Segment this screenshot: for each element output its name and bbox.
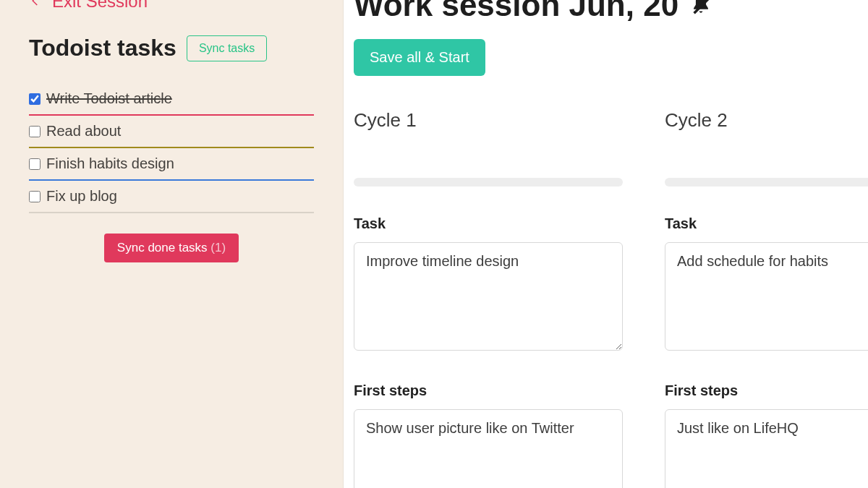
exit-session-label: Exit Session: [52, 0, 148, 12]
notifications-off-icon[interactable]: [689, 0, 713, 17]
task-item[interactable]: Finish habits design: [29, 148, 314, 181]
cycle-title: Cycle 2: [665, 109, 868, 132]
cycle-column: Cycle 1TaskFirst steps: [354, 109, 623, 488]
sync-done-tasks-button[interactable]: Sync done tasks (1): [104, 234, 239, 262]
task-item[interactable]: Write Todoist article: [29, 83, 314, 116]
steps-field-label: First steps: [354, 382, 623, 399]
sync-tasks-button[interactable]: Sync tasks: [187, 35, 267, 61]
save-all-start-button[interactable]: Save all & Start: [354, 39, 485, 76]
task-textarea[interactable]: [665, 242, 868, 351]
sync-done-label: Sync done tasks: [117, 241, 208, 254]
cycle-progress-bar: [354, 178, 623, 187]
main-panel: Work session Jun, 20 Save all & Start Cy…: [344, 0, 868, 488]
task-label: Finish habits design: [46, 155, 174, 172]
sync-done-count: (1): [210, 241, 226, 254]
task-item[interactable]: Fix up blog: [29, 181, 314, 213]
sidebar: Exit Session Todoist tasks Sync tasks Wr…: [0, 0, 344, 488]
task-field-label: Task: [665, 215, 868, 232]
sidebar-heading: Todoist tasks: [29, 35, 176, 61]
task-checkbox[interactable]: [29, 126, 41, 137]
cycle-title: Cycle 1: [354, 109, 623, 132]
task-item[interactable]: Read about: [29, 116, 314, 148]
cycles-row: Cycle 1TaskFirst stepsCycle 2TaskFirst s…: [354, 109, 868, 488]
first-steps-textarea[interactable]: [665, 409, 868, 488]
task-checkbox[interactable]: [29, 191, 41, 202]
steps-field-label: First steps: [665, 382, 868, 399]
first-steps-textarea[interactable]: [354, 409, 623, 488]
todoist-task-list: Write Todoist articleRead aboutFinish ha…: [29, 83, 314, 213]
arrow-left-icon: [29, 0, 42, 12]
task-field-label: Task: [354, 215, 623, 232]
task-textarea[interactable]: [354, 242, 623, 351]
cycle-progress-bar: [665, 178, 868, 187]
task-label: Fix up blog: [46, 188, 117, 205]
task-label: Write Todoist article: [46, 90, 172, 107]
task-checkbox[interactable]: [29, 158, 41, 170]
session-title: Work session Jun, 20: [354, 0, 678, 23]
cycle-column: Cycle 2TaskFirst steps: [665, 109, 868, 488]
exit-session-button[interactable]: Exit Session: [29, 0, 314, 12]
task-checkbox[interactable]: [29, 93, 41, 105]
task-label: Read about: [46, 123, 121, 140]
